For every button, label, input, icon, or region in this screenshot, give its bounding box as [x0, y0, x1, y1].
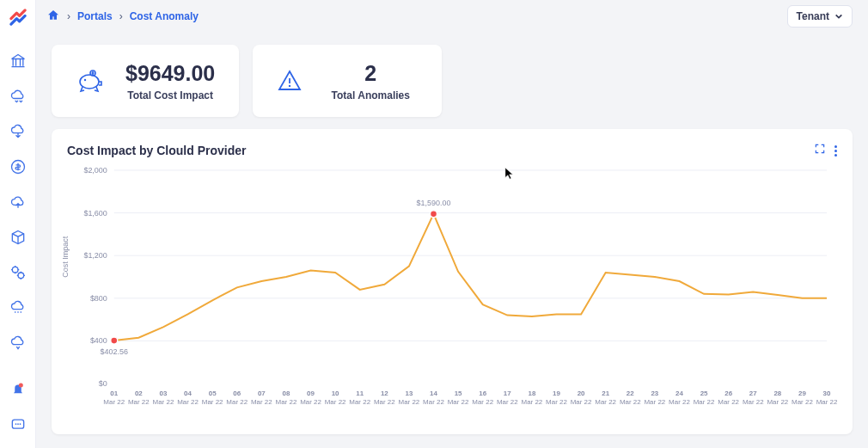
svg-text:$1,600: $1,600: [83, 209, 107, 218]
svg-text:11: 11: [356, 390, 364, 397]
svg-text:Mar 22: Mar 22: [448, 398, 469, 406]
svg-text:30: 30: [823, 390, 831, 397]
svg-text:Mar 22: Mar 22: [743, 398, 764, 406]
svg-text:Mar 22: Mar 22: [399, 398, 420, 406]
svg-text:19: 19: [553, 390, 560, 397]
svg-text:18: 18: [528, 390, 535, 397]
topbar: › Portals › Cost Anomaly Tenant: [36, 0, 868, 33]
warning-triangle-icon: [277, 68, 303, 94]
nav-cloud-upload-icon[interactable]: [7, 191, 29, 213]
svg-text:Mar 22: Mar 22: [792, 398, 813, 406]
nav-chat-icon[interactable]: [7, 414, 29, 436]
svg-text:29: 29: [798, 390, 806, 397]
chevron-down-icon: [834, 12, 843, 21]
svg-point-8: [19, 423, 21, 425]
svg-text:03: 03: [160, 390, 168, 397]
svg-text:20: 20: [578, 390, 585, 397]
svg-point-3: [18, 273, 24, 279]
svg-point-13: [289, 85, 290, 87]
svg-text:09: 09: [307, 390, 315, 397]
sidebar-nav: [0, 50, 35, 354]
svg-text:Mar 22: Mar 22: [226, 398, 248, 406]
breadcrumb-home-icon[interactable]: [46, 9, 60, 25]
breadcrumb-current[interactable]: Cost Anomaly: [130, 10, 199, 22]
svg-text:21: 21: [602, 390, 609, 397]
tenant-label: Tenant: [797, 10, 829, 22]
svg-text:$800: $800: [90, 294, 107, 303]
svg-text:Mar 22: Mar 22: [423, 398, 444, 406]
svg-text:$1,200: $1,200: [83, 251, 107, 260]
svg-text:$1,590.00: $1,590.00: [417, 199, 451, 207]
nav-cost-icon[interactable]: [7, 156, 29, 178]
summary-cards: $9649.00 Total Cost Impact 2 Total Anoma…: [52, 45, 853, 117]
nav-inventory-icon[interactable]: [7, 226, 29, 249]
svg-text:22: 22: [627, 390, 634, 397]
svg-text:Mar 22: Mar 22: [620, 398, 641, 406]
svg-text:17: 17: [504, 390, 511, 397]
nav-cloud-rain-icon[interactable]: [7, 297, 29, 319]
svg-text:Mar 22: Mar 22: [103, 398, 125, 406]
svg-point-85: [111, 337, 118, 344]
svg-text:26: 26: [724, 390, 732, 397]
svg-text:Mar 22: Mar 22: [251, 398, 272, 406]
nav-alerts-icon[interactable]: [7, 378, 29, 401]
svg-text:06: 06: [233, 390, 241, 397]
svg-text:01: 01: [110, 390, 118, 397]
svg-text:Mar 22: Mar 22: [767, 398, 788, 406]
card-total-cost-impact: $9649.00 Total Cost Impact: [52, 45, 239, 117]
svg-point-2: [12, 267, 18, 273]
svg-point-9: [80, 75, 99, 89]
svg-text:02: 02: [135, 390, 143, 397]
breadcrumb-portals[interactable]: Portals: [77, 10, 113, 22]
svg-text:Mar 22: Mar 22: [816, 398, 837, 406]
svg-text:Mar 22: Mar 22: [300, 398, 321, 406]
svg-text:Mar 22: Mar 22: [349, 398, 370, 406]
chevron-right-icon: ›: [119, 10, 123, 22]
svg-text:Mar 22: Mar 22: [202, 398, 223, 406]
nav-settings-icon[interactable]: [7, 261, 29, 284]
tenant-selector[interactable]: Tenant: [787, 5, 853, 28]
nav-cloud-connect-icon[interactable]: [7, 85, 29, 107]
svg-text:Mar 22: Mar 22: [669, 398, 690, 406]
sidebar-bottom: [7, 378, 29, 443]
app-logo: [6, 5, 30, 29]
svg-text:$0: $0: [99, 379, 107, 388]
svg-text:Mar 22: Mar 22: [153, 398, 174, 406]
svg-text:Mar 22: Mar 22: [276, 398, 297, 406]
total-cost-impact-label: Total Cost Impact: [127, 89, 213, 101]
svg-text:Mar 22: Mar 22: [571, 398, 592, 406]
nav-cloud-down2-icon[interactable]: [7, 332, 29, 354]
nav-cloud-download-icon[interactable]: [7, 120, 29, 143]
svg-text:28: 28: [773, 390, 781, 397]
chart: Cost Impact $0$400$800$1,200$1,600$2,000…: [67, 162, 837, 418]
svg-text:Mar 22: Mar 22: [718, 398, 739, 406]
svg-text:23: 23: [651, 390, 658, 397]
svg-point-7: [17, 423, 19, 425]
main: › Portals › Cost Anomaly Tenant $9649.00: [36, 0, 868, 448]
svg-text:Mar 22: Mar 22: [522, 398, 543, 406]
panel-title: Cost Impact by Clould Provider: [67, 144, 246, 157]
svg-text:$402.56: $402.56: [101, 347, 128, 356]
svg-text:10: 10: [332, 390, 339, 397]
svg-text:Mar 22: Mar 22: [694, 398, 715, 406]
svg-text:Mar 22: Mar 22: [546, 398, 567, 406]
svg-text:25: 25: [700, 390, 708, 397]
total-anomalies-label: Total Anomalies: [332, 89, 410, 101]
svg-text:Mar 22: Mar 22: [595, 398, 616, 406]
svg-text:Mar 22: Mar 22: [472, 398, 493, 406]
nav-governance-icon[interactable]: [7, 50, 29, 72]
svg-text:Mar 22: Mar 22: [325, 398, 346, 406]
svg-text:07: 07: [258, 390, 266, 397]
svg-text:04: 04: [184, 390, 192, 397]
sidebar: [0, 0, 36, 448]
total-cost-impact-value: $9649.00: [125, 61, 215, 86]
svg-text:$400: $400: [90, 336, 107, 345]
more-options-icon[interactable]: [834, 145, 837, 156]
svg-point-10: [84, 79, 86, 81]
fullscreen-icon[interactable]: [814, 143, 826, 158]
piggy-bank-icon: [76, 68, 105, 94]
svg-text:12: 12: [381, 390, 388, 397]
chart-panel: Cost Impact by Clould Provider Cost Impa…: [52, 129, 853, 434]
svg-text:Mar 22: Mar 22: [128, 398, 150, 406]
svg-text:24: 24: [675, 390, 683, 397]
